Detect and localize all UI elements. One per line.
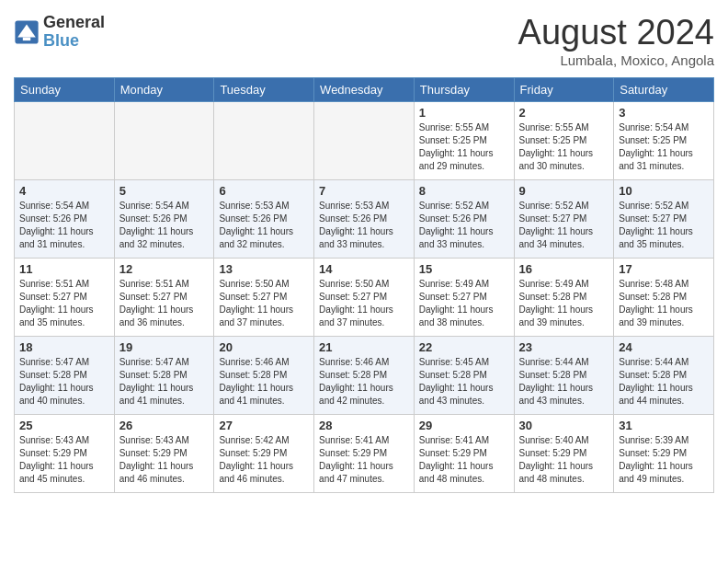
day-info: Sunrise: 5:53 AM Sunset: 5:26 PM Dayligh… bbox=[219, 200, 309, 251]
calendar-cell bbox=[314, 101, 415, 179]
weekday-header-row: SundayMondayTuesdayWednesdayThursdayFrid… bbox=[15, 77, 714, 101]
calendar-cell bbox=[15, 101, 115, 179]
day-number: 30 bbox=[519, 419, 609, 432]
day-info: Sunrise: 5:46 AM Sunset: 5:28 PM Dayligh… bbox=[319, 356, 409, 408]
day-info: Sunrise: 5:41 AM Sunset: 5:29 PM Dayligh… bbox=[319, 434, 409, 486]
day-info: Sunrise: 5:50 AM Sunset: 5:27 PM Dayligh… bbox=[219, 278, 309, 329]
day-info: Sunrise: 5:43 AM Sunset: 5:29 PM Dayligh… bbox=[19, 434, 109, 486]
calendar-cell: 29Sunrise: 5:41 AM Sunset: 5:29 PM Dayli… bbox=[414, 414, 514, 492]
calendar-cell: 8Sunrise: 5:52 AM Sunset: 5:26 PM Daylig… bbox=[414, 179, 514, 258]
day-info: Sunrise: 5:41 AM Sunset: 5:29 PM Dayligh… bbox=[419, 434, 509, 486]
day-number: 26 bbox=[119, 419, 210, 432]
day-info: Sunrise: 5:55 AM Sunset: 5:25 PM Dayligh… bbox=[419, 121, 509, 173]
day-info: Sunrise: 5:39 AM Sunset: 5:29 PM Dayligh… bbox=[619, 434, 709, 486]
weekday-wednesday: Wednesday bbox=[314, 77, 415, 101]
day-info: Sunrise: 5:47 AM Sunset: 5:28 PM Dayligh… bbox=[19, 356, 109, 408]
calendar-row-1: 4Sunrise: 5:54 AM Sunset: 5:26 PM Daylig… bbox=[15, 179, 714, 258]
day-info: Sunrise: 5:55 AM Sunset: 5:25 PM Dayligh… bbox=[519, 121, 609, 173]
calendar-cell: 17Sunrise: 5:48 AM Sunset: 5:28 PM Dayli… bbox=[614, 258, 714, 336]
day-number: 5 bbox=[119, 184, 210, 198]
calendar-cell: 27Sunrise: 5:42 AM Sunset: 5:29 PM Dayli… bbox=[214, 414, 314, 492]
month-title: August 2024 bbox=[518, 14, 714, 52]
day-number: 10 bbox=[619, 184, 709, 198]
day-info: Sunrise: 5:45 AM Sunset: 5:28 PM Dayligh… bbox=[419, 356, 509, 408]
day-info: Sunrise: 5:51 AM Sunset: 5:27 PM Dayligh… bbox=[19, 278, 109, 329]
day-info: Sunrise: 5:44 AM Sunset: 5:28 PM Dayligh… bbox=[519, 356, 609, 408]
day-number: 8 bbox=[419, 184, 509, 198]
day-info: Sunrise: 5:52 AM Sunset: 5:27 PM Dayligh… bbox=[619, 200, 709, 251]
day-info: Sunrise: 5:42 AM Sunset: 5:29 PM Dayligh… bbox=[219, 434, 309, 486]
day-info: Sunrise: 5:46 AM Sunset: 5:28 PM Dayligh… bbox=[219, 356, 309, 408]
calendar-cell: 30Sunrise: 5:40 AM Sunset: 5:29 PM Dayli… bbox=[514, 414, 614, 492]
day-info: Sunrise: 5:49 AM Sunset: 5:28 PM Dayligh… bbox=[519, 278, 609, 329]
day-number: 24 bbox=[619, 340, 709, 354]
day-number: 16 bbox=[519, 262, 609, 276]
calendar-cell: 1Sunrise: 5:55 AM Sunset: 5:25 PM Daylig… bbox=[414, 101, 514, 179]
calendar-cell: 20Sunrise: 5:46 AM Sunset: 5:28 PM Dayli… bbox=[214, 336, 314, 414]
calendar-cell: 28Sunrise: 5:41 AM Sunset: 5:29 PM Dayli… bbox=[314, 414, 415, 492]
title-section: August 2024 Lumbala, Moxico, Angola bbox=[518, 14, 714, 68]
calendar-cell: 24Sunrise: 5:44 AM Sunset: 5:28 PM Dayli… bbox=[614, 336, 714, 414]
calendar-cell: 5Sunrise: 5:54 AM Sunset: 5:26 PM Daylig… bbox=[114, 179, 214, 258]
day-info: Sunrise: 5:47 AM Sunset: 5:28 PM Dayligh… bbox=[119, 356, 210, 408]
logo: General Blue bbox=[14, 14, 105, 51]
calendar-cell: 26Sunrise: 5:43 AM Sunset: 5:29 PM Dayli… bbox=[114, 414, 214, 492]
header: General Blue August 2024 Lumbala, Moxico… bbox=[14, 14, 714, 68]
calendar-cell: 15Sunrise: 5:49 AM Sunset: 5:27 PM Dayli… bbox=[414, 258, 514, 336]
calendar-cell: 9Sunrise: 5:52 AM Sunset: 5:27 PM Daylig… bbox=[514, 179, 614, 258]
day-info: Sunrise: 5:44 AM Sunset: 5:28 PM Dayligh… bbox=[619, 356, 709, 408]
weekday-tuesday: Tuesday bbox=[214, 77, 314, 101]
day-info: Sunrise: 5:52 AM Sunset: 5:26 PM Dayligh… bbox=[419, 200, 509, 251]
calendar-row-3: 18Sunrise: 5:47 AM Sunset: 5:28 PM Dayli… bbox=[15, 336, 714, 414]
day-number: 25 bbox=[19, 419, 109, 432]
calendar-cell: 23Sunrise: 5:44 AM Sunset: 5:28 PM Dayli… bbox=[514, 336, 614, 414]
calendar-cell: 22Sunrise: 5:45 AM Sunset: 5:28 PM Dayli… bbox=[414, 336, 514, 414]
day-info: Sunrise: 5:48 AM Sunset: 5:28 PM Dayligh… bbox=[619, 278, 709, 329]
day-number: 28 bbox=[319, 419, 409, 432]
day-number: 3 bbox=[619, 106, 709, 120]
day-number: 18 bbox=[19, 340, 109, 354]
calendar-cell: 16Sunrise: 5:49 AM Sunset: 5:28 PM Dayli… bbox=[514, 258, 614, 336]
day-info: Sunrise: 5:43 AM Sunset: 5:29 PM Dayligh… bbox=[119, 434, 210, 486]
day-info: Sunrise: 5:40 AM Sunset: 5:29 PM Dayligh… bbox=[519, 434, 609, 486]
calendar-cell: 2Sunrise: 5:55 AM Sunset: 5:25 PM Daylig… bbox=[514, 101, 614, 179]
logo-line1: General bbox=[43, 14, 105, 32]
calendar-cell: 3Sunrise: 5:54 AM Sunset: 5:25 PM Daylig… bbox=[614, 101, 714, 179]
weekday-sunday: Sunday bbox=[15, 77, 115, 101]
logo-line2: Blue bbox=[43, 32, 105, 51]
day-number: 13 bbox=[219, 262, 309, 276]
day-number: 9 bbox=[519, 184, 609, 198]
day-number: 1 bbox=[419, 106, 509, 120]
location: Lumbala, Moxico, Angola bbox=[518, 52, 714, 68]
day-number: 19 bbox=[119, 340, 210, 354]
weekday-thursday: Thursday bbox=[414, 77, 514, 101]
logo-icon bbox=[14, 19, 40, 45]
calendar-row-2: 11Sunrise: 5:51 AM Sunset: 5:27 PM Dayli… bbox=[15, 258, 714, 336]
calendar-cell: 13Sunrise: 5:50 AM Sunset: 5:27 PM Dayli… bbox=[214, 258, 314, 336]
day-number: 23 bbox=[519, 340, 609, 354]
day-number: 29 bbox=[419, 419, 509, 432]
calendar-cell: 6Sunrise: 5:53 AM Sunset: 5:26 PM Daylig… bbox=[214, 179, 314, 258]
calendar-table: SundayMondayTuesdayWednesdayThursdayFrid… bbox=[14, 77, 714, 493]
calendar-cell: 14Sunrise: 5:50 AM Sunset: 5:27 PM Dayli… bbox=[314, 258, 415, 336]
day-info: Sunrise: 5:52 AM Sunset: 5:27 PM Dayligh… bbox=[519, 200, 609, 251]
calendar-cell: 21Sunrise: 5:46 AM Sunset: 5:28 PM Dayli… bbox=[314, 336, 415, 414]
calendar-cell: 25Sunrise: 5:43 AM Sunset: 5:29 PM Dayli… bbox=[15, 414, 115, 492]
weekday-friday: Friday bbox=[514, 77, 614, 101]
day-info: Sunrise: 5:54 AM Sunset: 5:25 PM Dayligh… bbox=[619, 121, 709, 173]
day-info: Sunrise: 5:54 AM Sunset: 5:26 PM Dayligh… bbox=[19, 200, 109, 251]
day-number: 11 bbox=[19, 262, 109, 276]
calendar-cell: 4Sunrise: 5:54 AM Sunset: 5:26 PM Daylig… bbox=[15, 179, 115, 258]
calendar-cell: 18Sunrise: 5:47 AM Sunset: 5:28 PM Dayli… bbox=[15, 336, 115, 414]
calendar-cell: 12Sunrise: 5:51 AM Sunset: 5:27 PM Dayli… bbox=[114, 258, 214, 336]
calendar-cell: 10Sunrise: 5:52 AM Sunset: 5:27 PM Dayli… bbox=[614, 179, 714, 258]
day-number: 7 bbox=[319, 184, 409, 198]
day-number: 14 bbox=[319, 262, 409, 276]
svg-rect-2 bbox=[23, 37, 30, 40]
day-info: Sunrise: 5:49 AM Sunset: 5:27 PM Dayligh… bbox=[419, 278, 509, 329]
day-number: 31 bbox=[619, 419, 709, 432]
day-number: 4 bbox=[19, 184, 109, 198]
calendar-row-0: 1Sunrise: 5:55 AM Sunset: 5:25 PM Daylig… bbox=[15, 101, 714, 179]
day-number: 12 bbox=[119, 262, 210, 276]
calendar-cell bbox=[214, 101, 314, 179]
